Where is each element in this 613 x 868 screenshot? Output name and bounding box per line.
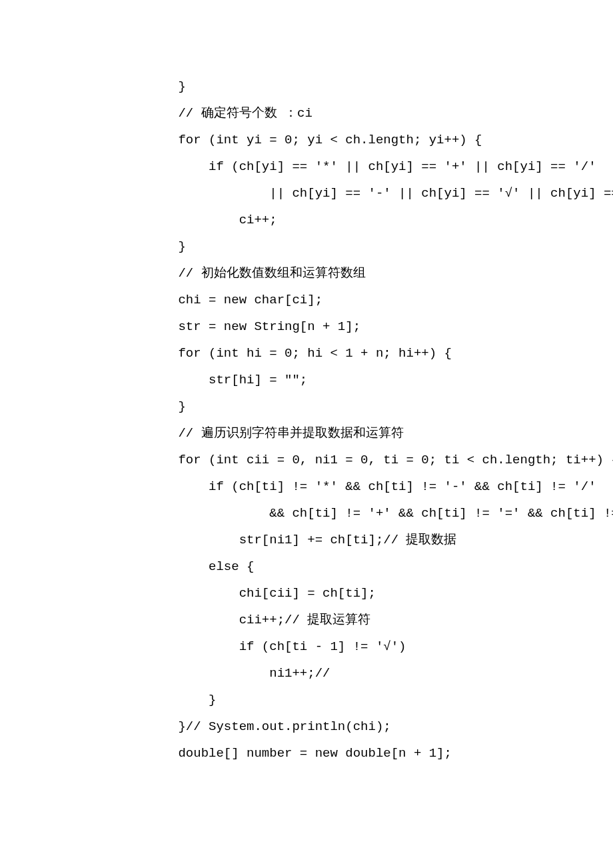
code-line: || ch[yi] == '-' || ch[yi] == '√' || ch[… bbox=[57, 180, 556, 207]
code-line: // 初始化数值数组和运算符数组 bbox=[57, 260, 556, 287]
code-line: else { bbox=[57, 553, 556, 580]
code-line: } bbox=[57, 393, 556, 420]
code-line: chi[cii] = ch[ti]; bbox=[57, 580, 556, 607]
code-line: if (ch[ti] != '*' && ch[ti] != '-' && ch… bbox=[57, 473, 556, 500]
code-line: str = new String[n + 1]; bbox=[57, 313, 556, 340]
code-line: cii++;// 提取运算符 bbox=[57, 607, 556, 633]
code-line: str[ni1] += ch[ti];// 提取数据 bbox=[57, 527, 556, 553]
code-line: } bbox=[57, 73, 556, 100]
code-line: // 确定符号个数 ：ci bbox=[57, 100, 556, 127]
code-line: for (int yi = 0; yi < ch.length; yi++) { bbox=[57, 127, 556, 153]
code-line: // 遍历识别字符串并提取数据和运算符 bbox=[57, 420, 556, 447]
code-line: && ch[ti] != '+' && ch[ti] != '=' && ch[… bbox=[57, 500, 556, 527]
code-line: if (ch[yi] == '*' || ch[yi] == '+' || ch… bbox=[57, 153, 556, 180]
code-line: ni1++;// bbox=[57, 660, 556, 687]
code-line: for (int hi = 0; hi < 1 + n; hi++) { bbox=[57, 340, 556, 367]
code-line: ci++; bbox=[57, 207, 556, 233]
code-line: str[hi] = ""; bbox=[57, 367, 556, 393]
code-line: chi = new char[ci]; bbox=[57, 287, 556, 313]
code-line: double[] number = new double[n + 1]; bbox=[57, 740, 556, 767]
code-line: for (int cii = 0, ni1 = 0, ti = 0; ti < … bbox=[57, 447, 556, 473]
code-line: } bbox=[57, 687, 556, 713]
code-line: if (ch[ti - 1] != '√') bbox=[57, 633, 556, 660]
code-line: } bbox=[57, 233, 556, 260]
code-line: }// System.out.println(chi); bbox=[57, 713, 556, 740]
code-document-page: } // 确定符号个数 ：ci for (int yi = 0; yi < ch… bbox=[0, 0, 613, 820]
